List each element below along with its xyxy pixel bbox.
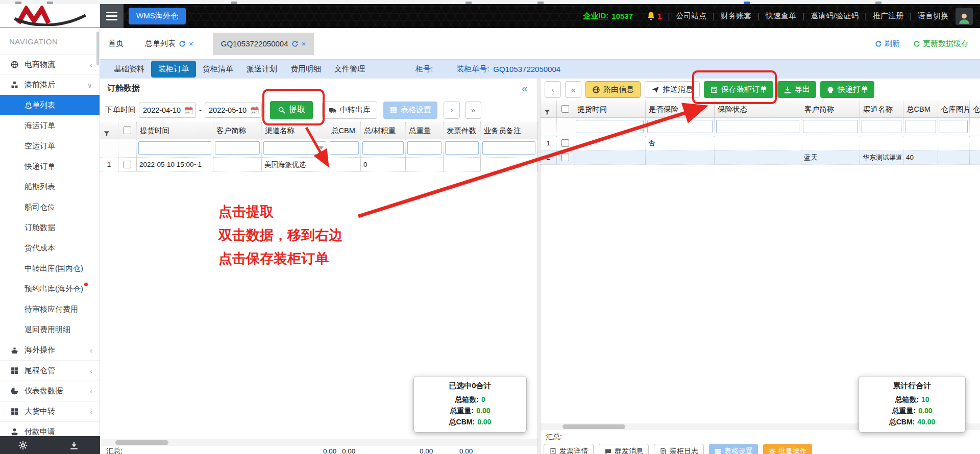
link-language-switch[interactable]: 语言切换 bbox=[918, 11, 948, 21]
sidebar-item-booking-data[interactable]: 订舱数据 bbox=[0, 217, 100, 238]
route-info-button[interactable]: 路由信息 bbox=[585, 81, 641, 98]
column-header[interactable]: 提货时间 bbox=[574, 100, 646, 118]
sidebar-item-returned-fees[interactable]: 退回费用明细 bbox=[0, 319, 100, 340]
notifications-button[interactable]: 1 bbox=[646, 11, 662, 21]
column-header[interactable]: 总CBM bbox=[328, 122, 361, 139]
sidebar-group-lastmile[interactable]: 尾程仓管‹ bbox=[0, 360, 100, 381]
sidebar-item-transfer-outbound-cn[interactable]: 中转出库(国内仓) bbox=[0, 258, 100, 279]
chevrons-right-button[interactable]: » bbox=[465, 102, 481, 119]
download-icon[interactable] bbox=[69, 441, 79, 450]
calendar-icon[interactable] bbox=[185, 106, 193, 114]
table-row[interactable]: 2 蓝天 华东测试渠道1 40 bbox=[541, 150, 980, 165]
user-avatar[interactable] bbox=[955, 8, 973, 25]
calendar-icon[interactable] bbox=[251, 106, 259, 114]
date-from-input[interactable]: 2022-04-10 bbox=[139, 103, 196, 118]
column-header[interactable]: 是否保险 bbox=[646, 100, 715, 118]
right-hscroll-thumb[interactable] bbox=[562, 424, 625, 429]
move-left-button[interactable]: ‹ bbox=[545, 81, 561, 98]
filter-input[interactable] bbox=[482, 141, 535, 155]
sidebar-item-forwarder-cost[interactable]: 货代成本 bbox=[0, 238, 100, 258]
move-all-left-button[interactable]: « bbox=[565, 81, 581, 98]
column-header[interactable]: 总CBM bbox=[903, 100, 938, 118]
refresh-button[interactable]: 刷新 bbox=[875, 39, 900, 48]
export-button[interactable]: 导出 bbox=[777, 81, 816, 98]
column-header[interactable]: 仓库图片 bbox=[938, 100, 970, 118]
select-all-checkbox[interactable] bbox=[124, 127, 131, 134]
filter-input[interactable] bbox=[862, 120, 901, 133]
link-company-site[interactable]: 公司站点 bbox=[676, 11, 706, 21]
enterprise-id-label[interactable]: 企业ID: bbox=[583, 11, 608, 21]
invoice-detail-button[interactable]: 发票详情 bbox=[544, 444, 594, 454]
tab-refresh-icon[interactable] bbox=[179, 40, 186, 47]
tab-refresh-icon[interactable] bbox=[291, 40, 299, 47]
column-header[interactable]: 提货时间 bbox=[137, 122, 213, 139]
update-cache-button[interactable]: 更新数据缓存 bbox=[913, 39, 969, 48]
link-promo-register[interactable]: 推广注册 bbox=[873, 11, 903, 21]
settings-gear-icon[interactable] bbox=[18, 441, 28, 450]
column-header[interactable]: 客户简称 bbox=[213, 122, 262, 139]
sidebar-item-reserved-outbound-overseas[interactable]: 预约出库(海外仓) bbox=[0, 279, 100, 299]
filter-input[interactable] bbox=[940, 120, 968, 133]
link-finance-account[interactable]: 财务账套 bbox=[721, 11, 751, 21]
column-header[interactable]: 保险状态 bbox=[715, 100, 801, 118]
filter-input[interactable] bbox=[905, 120, 936, 133]
chevron-right-button[interactable]: › bbox=[444, 102, 460, 119]
tab-close-icon[interactable]: × bbox=[302, 39, 306, 48]
tab-container-order[interactable]: GQ1053722050004 × bbox=[213, 33, 314, 55]
column-header[interactable]: 仓 bbox=[970, 100, 980, 118]
subtab-loading-order[interactable]: 装柜订单 bbox=[151, 61, 196, 78]
filter-input[interactable] bbox=[215, 141, 260, 155]
tab-home[interactable]: 首页 bbox=[100, 33, 132, 55]
sidebar-item-carrier-space[interactable]: 船司仓位 bbox=[0, 197, 100, 217]
tab-order-list[interactable]: 总单列表 × bbox=[137, 33, 202, 55]
sidebar-group-dashboard[interactable]: 仪表盘数据‹ bbox=[0, 381, 100, 401]
filter-input[interactable] bbox=[407, 141, 442, 155]
filter-input[interactable] bbox=[138, 141, 211, 155]
column-header[interactable]: 发票件数 bbox=[444, 122, 481, 139]
filter-input[interactable] bbox=[576, 120, 644, 133]
sidebar-item-order-list[interactable]: 总单列表 bbox=[0, 95, 100, 115]
sidebar-group-port[interactable]: 港前港后∨ bbox=[0, 74, 100, 95]
left-hscroll-thumb[interactable] bbox=[115, 440, 168, 445]
save-container-order-button[interactable]: 保存装柜订单 bbox=[704, 81, 773, 98]
column-header[interactable]: 渠道名称 bbox=[262, 122, 328, 139]
filter-input[interactable] bbox=[445, 141, 479, 155]
sidebar-group-bulk-transfer[interactable]: 大货中转‹ bbox=[0, 401, 100, 421]
loading-log-button[interactable]: 装柜日志 bbox=[654, 444, 704, 454]
row-checkbox[interactable] bbox=[561, 139, 569, 147]
subtab-fee-detail[interactable]: 费用明细 bbox=[284, 61, 328, 77]
link-invite-code[interactable]: 邀请码/验证码 bbox=[811, 11, 859, 21]
filter-input[interactable] bbox=[330, 141, 359, 155]
filter-input[interactable] bbox=[362, 141, 404, 155]
menu-toggle-button[interactable] bbox=[100, 4, 124, 28]
subtab-file-management[interactable]: 文件管理 bbox=[328, 61, 372, 77]
filter-input[interactable] bbox=[647, 120, 713, 133]
sidebar-item-express-orders[interactable]: 快递订单 bbox=[0, 156, 100, 176]
link-quick-search[interactable]: 快速查单 bbox=[766, 11, 796, 21]
filter-input[interactable] bbox=[803, 120, 858, 133]
row-checkbox[interactable] bbox=[124, 161, 131, 168]
table-row[interactable]: 1 否 bbox=[541, 136, 980, 150]
table-settings-button[interactable]: 表格设置 bbox=[709, 444, 758, 454]
column-header[interactable]: 业务员备注 bbox=[481, 122, 537, 139]
select-all-checkbox[interactable] bbox=[561, 105, 569, 113]
extract-button[interactable]: 提取 bbox=[270, 101, 313, 119]
tab-close-icon[interactable]: × bbox=[189, 39, 193, 48]
sidebar-item-sea-orders[interactable]: 海运订单 bbox=[0, 115, 100, 136]
subtab-basic-info[interactable]: 基础资料 bbox=[107, 61, 151, 77]
subtab-delivery-plan[interactable]: 派送计划 bbox=[240, 61, 284, 77]
sidebar-group-overseas-ops[interactable]: 海外操作‹ bbox=[0, 340, 100, 360]
column-header[interactable]: 总/材积重 bbox=[361, 122, 406, 139]
sidebar-item-air-orders[interactable]: 空运订单 bbox=[0, 136, 100, 156]
table-row[interactable]: 1 2022-05-10 15:00~1 美国海派优选 0 bbox=[100, 158, 537, 172]
collapse-left-icon[interactable]: « bbox=[522, 83, 527, 94]
row-checkbox[interactable] bbox=[561, 154, 569, 161]
group-message-button[interactable]: 群发消息 bbox=[599, 444, 649, 454]
column-header[interactable]: 总重量 bbox=[406, 122, 444, 139]
push-message-button[interactable]: 推送消息 bbox=[645, 81, 700, 98]
filter-select[interactable] bbox=[263, 141, 326, 155]
sidebar-item-pending-payables[interactable]: 待审核应付费用 bbox=[0, 299, 100, 319]
batch-operation-button[interactable]: 批量操作 bbox=[763, 444, 812, 454]
filter-funnel-icon[interactable] bbox=[544, 109, 551, 116]
filter-input[interactable] bbox=[716, 120, 799, 133]
